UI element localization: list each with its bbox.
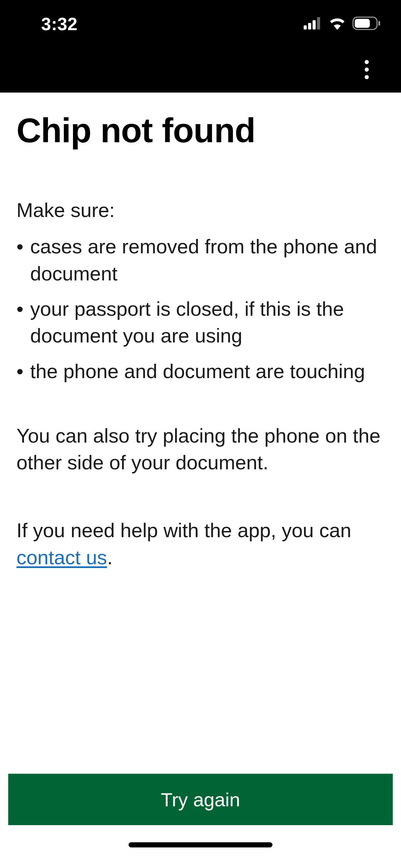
svg-rect-3	[317, 17, 320, 29]
status-time: 3:32	[41, 14, 77, 34]
svg-rect-2	[313, 20, 316, 29]
more-vertical-icon	[364, 60, 369, 81]
help-prefix: If you need help with the app, you can	[16, 519, 351, 541]
svg-rect-5	[355, 19, 370, 28]
svg-rect-6	[378, 21, 380, 26]
contact-us-link[interactable]: contact us	[16, 546, 107, 568]
cellular-signal-icon	[304, 17, 322, 31]
status-icons	[304, 16, 380, 32]
tip-text: You can also try placing the phone on th…	[16, 422, 385, 476]
more-options-button[interactable]	[353, 57, 380, 84]
help-text: If you need help with the app, you can c…	[16, 517, 385, 571]
nav-bar	[0, 48, 401, 93]
svg-point-9	[365, 75, 369, 79]
svg-rect-0	[304, 25, 307, 29]
list-item: the phone and document are touching	[16, 358, 385, 385]
home-indicator[interactable]	[129, 842, 272, 847]
svg-rect-1	[308, 23, 311, 29]
svg-point-7	[365, 60, 369, 64]
svg-point-8	[365, 68, 369, 72]
list-item: cases are removed from the phone and doc…	[16, 233, 385, 287]
intro-text: Make sure:	[16, 197, 385, 223]
wifi-icon	[328, 17, 346, 31]
page-title: Chip not found	[16, 111, 385, 149]
status-bar: 3:32	[0, 0, 401, 48]
bullet-list: cases are removed from the phone and doc…	[16, 233, 385, 384]
battery-icon	[352, 16, 380, 32]
footer: Try again	[0, 774, 401, 868]
help-suffix: .	[107, 546, 112, 568]
try-again-button[interactable]: Try again	[8, 774, 393, 825]
main-content: Chip not found Make sure: cases are remo…	[0, 93, 401, 571]
list-item: your passport is closed, if this is the …	[16, 296, 385, 349]
